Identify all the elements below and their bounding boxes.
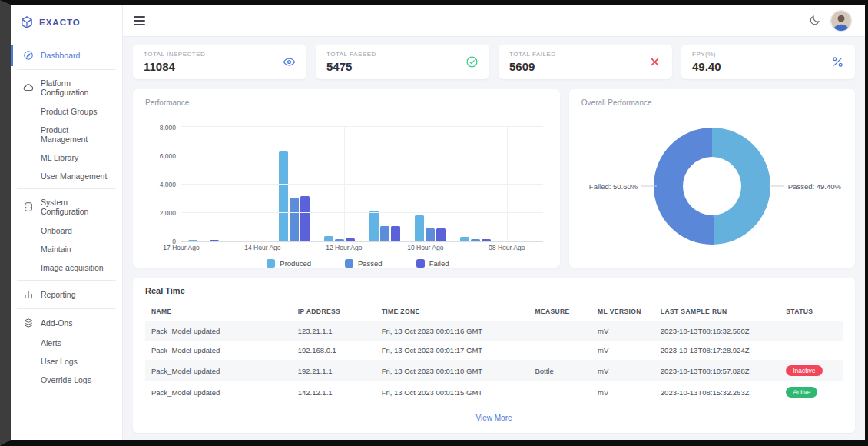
stat-label: TOTAL FAILED bbox=[509, 51, 556, 58]
sidebar-item-add-ons[interactable]: Add-Ons bbox=[11, 312, 122, 334]
gridline-vertical bbox=[426, 127, 426, 241]
legend-swatch bbox=[345, 259, 353, 268]
table-cell: mV bbox=[591, 360, 654, 381]
sidebar-item-reporting[interactable]: Reporting bbox=[11, 284, 122, 305]
status-badge: Active bbox=[786, 387, 817, 398]
bar-passed bbox=[290, 198, 299, 241]
table-cell: 2023-10-13T08:10:57.828Z bbox=[654, 360, 780, 381]
gridline-horizontal bbox=[181, 155, 543, 155]
sidebar-item-override-logs[interactable]: Override Logs bbox=[11, 371, 122, 389]
donut-label-passed: Passed: 49.40% bbox=[769, 181, 841, 190]
sidebar-item-label: Platform Configuration bbox=[41, 78, 116, 97]
dashboard-icon bbox=[23, 50, 34, 61]
x-tick-label: 12 Hour Ago bbox=[326, 244, 362, 251]
sidebar-item-label: Add-Ons bbox=[41, 318, 72, 328]
column-header-status: STATUS bbox=[780, 301, 843, 321]
bar-produced bbox=[279, 151, 288, 241]
legend-item-failed[interactable]: Failed bbox=[416, 259, 449, 268]
table-cell: mV bbox=[591, 321, 654, 341]
leader-line bbox=[641, 185, 657, 186]
table-row: Pack_Model updated123.21.1.1Fri, 13 Oct … bbox=[145, 321, 843, 341]
app: EXACTO DashboardPlatform ConfigurationPr… bbox=[11, 5, 865, 440]
table-header-row: NAMEIP ADDRESSTIME ZONEMEASUREML VERSION… bbox=[145, 301, 843, 321]
donut-chart bbox=[654, 128, 770, 245]
hamburger-menu-icon[interactable] bbox=[134, 16, 145, 25]
bar-passed bbox=[380, 226, 389, 241]
table-cell bbox=[780, 321, 843, 341]
table-cell: mV bbox=[591, 381, 654, 403]
sidebar-item-platform-configuration[interactable]: Platform Configuration bbox=[11, 73, 122, 102]
brand[interactable]: EXACTO bbox=[11, 5, 122, 45]
realtime-table-title: Real Time bbox=[145, 286, 843, 295]
table-cell: Pack_Model updated bbox=[145, 321, 292, 341]
y-tick-label: 8,000 bbox=[148, 124, 176, 131]
table-cell: Fri, 13 Oct 2023 00:01:17 GMT bbox=[376, 341, 529, 360]
table-row: Pack_Model updated192.168.0.1Fri, 13 Oct… bbox=[145, 341, 843, 360]
table-cell: Pack_Model updated bbox=[145, 360, 292, 381]
bar-group bbox=[317, 127, 363, 241]
sidebar-item-alerts[interactable]: Alerts bbox=[11, 334, 122, 352]
sidebar-divider bbox=[17, 280, 116, 281]
sidebar-item-label: Reporting bbox=[41, 290, 76, 299]
sidebar-item-product-groups[interactable]: Product Groups bbox=[11, 102, 122, 121]
column-header-time-zone: TIME ZONE bbox=[376, 301, 529, 321]
stat-label: TOTAL PASSED bbox=[326, 51, 376, 58]
sidebar-item-user-management[interactable]: User Management bbox=[11, 167, 122, 185]
legend-item-produced[interactable]: Produced bbox=[267, 259, 311, 268]
legend-item-passed[interactable]: Passed bbox=[345, 259, 383, 268]
topbar bbox=[123, 5, 865, 37]
performance-chart-card: Performance 8,0006,0004,0002,0000 17 Hou… bbox=[133, 89, 560, 268]
table-cell: Fri, 13 Oct 2023 00:01:15 GMT bbox=[376, 381, 529, 403]
table-cell: 2023-10-13T08:16:32.560Z bbox=[654, 321, 780, 341]
sidebar-item-ml-library[interactable]: ML Library bbox=[11, 148, 122, 167]
dashboard-content: TOTAL INSPECTED11084TOTAL PASSED5475TOTA… bbox=[123, 37, 865, 440]
x-axis-labels: 17 Hour Ago14 Hour Ago12 Hour Ago10 Hour… bbox=[181, 241, 543, 252]
chart-legend: ProducedPassedFailed bbox=[168, 259, 548, 268]
x-tick-label: 14 Hour Ago bbox=[244, 244, 280, 251]
sidebar-item-maintain[interactable]: Maintain bbox=[11, 240, 122, 258]
stat-text: TOTAL PASSED5475 bbox=[326, 51, 376, 73]
user-avatar[interactable] bbox=[831, 11, 851, 31]
table-cell: 192.21.1.1 bbox=[292, 360, 376, 381]
sidebar-divider bbox=[17, 188, 116, 189]
status-cell: Active bbox=[780, 381, 843, 403]
bar-groups bbox=[181, 127, 543, 241]
sidebar-item-onboard[interactable]: Onboard bbox=[11, 221, 122, 240]
view-more-link[interactable]: View More bbox=[475, 414, 512, 422]
table-cell: 192.168.0.1 bbox=[292, 341, 376, 360]
sidebar-item-product-management[interactable]: Product Management bbox=[11, 121, 122, 148]
percent-icon bbox=[831, 55, 844, 68]
sidebar-item-image-acquisition[interactable]: Image acquisition bbox=[11, 258, 122, 277]
dark-mode-moon-icon[interactable] bbox=[809, 15, 820, 26]
screen-frame: EXACTO DashboardPlatform ConfigurationPr… bbox=[0, 0, 868, 446]
view-more-wrap: View More bbox=[145, 403, 843, 427]
stat-text: TOTAL INSPECTED11084 bbox=[144, 51, 205, 73]
sidebar-item-dashboard[interactable]: Dashboard bbox=[11, 45, 122, 66]
status-cell: Inactive bbox=[780, 360, 843, 381]
bar-group bbox=[498, 127, 543, 241]
sidebar-nav: DashboardPlatform ConfigurationProduct G… bbox=[11, 45, 122, 389]
sidebar-item-system-configuration[interactable]: System Configuration bbox=[11, 192, 122, 221]
column-header-ip-address: IP ADDRESS bbox=[292, 301, 376, 321]
eye-icon bbox=[283, 55, 296, 68]
realtime-table: NAMEIP ADDRESSTIME ZONEMEASUREML VERSION… bbox=[145, 301, 843, 403]
brand-name: EXACTO bbox=[39, 18, 81, 27]
brand-cube-icon bbox=[20, 15, 34, 29]
sidebar-item-user-logs[interactable]: User Logs bbox=[11, 352, 122, 371]
table-cell: Pack_Model updated bbox=[145, 381, 292, 403]
bar-group bbox=[452, 127, 498, 241]
bar-group bbox=[407, 127, 452, 241]
column-header-last-sample-run: LAST SAMPLE RUN bbox=[654, 301, 780, 321]
performance-plot: 17 Hour Ago14 Hour Ago12 Hour Ago10 Hour… bbox=[181, 127, 543, 242]
realtime-table-card: Real Time NAMEIP ADDRESSTIME ZONEMEASURE… bbox=[133, 278, 855, 433]
table-cell bbox=[528, 341, 591, 360]
x-tick-label: 10 Hour Ago bbox=[407, 244, 443, 251]
table-body: Pack_Model updated123.21.1.1Fri, 13 Oct … bbox=[145, 321, 843, 403]
legend-swatch bbox=[416, 259, 425, 268]
bar-passed bbox=[426, 228, 435, 241]
stat-text: TOTAL FAILED5609 bbox=[509, 51, 556, 73]
leader-line bbox=[769, 185, 784, 186]
gridline-vertical bbox=[263, 127, 263, 241]
sidebar-item-label: Dashboard bbox=[41, 51, 80, 60]
table-row: Pack_Model updated192.21.1.1Fri, 13 Oct … bbox=[145, 360, 843, 381]
